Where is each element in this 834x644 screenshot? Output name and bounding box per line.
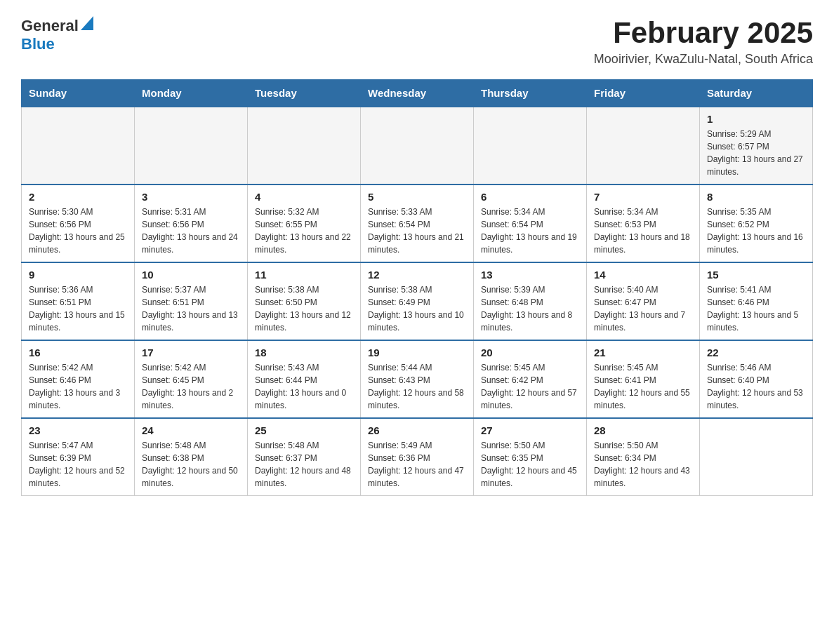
calendar-cell: [248, 107, 361, 185]
calendar-cell: 10Sunrise: 5:37 AMSunset: 6:51 PMDayligh…: [135, 262, 248, 340]
calendar-cell: 1Sunrise: 5:29 AMSunset: 6:57 PMDaylight…: [700, 107, 813, 185]
day-info: Sunrise: 5:44 AMSunset: 6:43 PMDaylight:…: [368, 361, 466, 412]
day-info: Sunrise: 5:32 AMSunset: 6:55 PMDaylight:…: [255, 206, 353, 256]
logo-blue-text: Blue: [21, 35, 55, 53]
calendar-cell: 14Sunrise: 5:40 AMSunset: 6:47 PMDayligh…: [587, 262, 700, 340]
day-info: Sunrise: 5:30 AMSunset: 6:56 PMDaylight:…: [29, 206, 127, 256]
day-number: 14: [594, 269, 692, 281]
weekday-header-saturday: Saturday: [700, 80, 813, 107]
day-number: 5: [368, 191, 466, 203]
day-info: Sunrise: 5:35 AMSunset: 6:52 PMDaylight:…: [707, 206, 805, 256]
calendar-cell: 27Sunrise: 5:50 AMSunset: 6:35 PMDayligh…: [474, 418, 587, 496]
day-info: Sunrise: 5:38 AMSunset: 6:49 PMDaylight:…: [368, 283, 466, 334]
calendar-cell: 17Sunrise: 5:42 AMSunset: 6:45 PMDayligh…: [135, 340, 248, 418]
week-row-3: 9Sunrise: 5:36 AMSunset: 6:51 PMDaylight…: [22, 262, 813, 340]
calendar-cell: 20Sunrise: 5:45 AMSunset: 6:42 PMDayligh…: [474, 340, 587, 418]
day-info: Sunrise: 5:34 AMSunset: 6:54 PMDaylight:…: [481, 206, 579, 256]
week-row-5: 23Sunrise: 5:47 AMSunset: 6:39 PMDayligh…: [22, 418, 813, 496]
day-info: Sunrise: 5:38 AMSunset: 6:50 PMDaylight:…: [255, 283, 353, 334]
day-number: 12: [368, 269, 466, 281]
calendar-cell: 22Sunrise: 5:46 AMSunset: 6:40 PMDayligh…: [700, 340, 813, 418]
calendar-subtitle: Mooirivier, KwaZulu-Natal, South Africa: [594, 52, 813, 67]
calendar-cell: 11Sunrise: 5:38 AMSunset: 6:50 PMDayligh…: [248, 262, 361, 340]
logo-triangle-icon: [81, 16, 93, 30]
day-number: 23: [29, 424, 127, 436]
calendar-cell: [135, 107, 248, 185]
calendar-cell: 18Sunrise: 5:43 AMSunset: 6:44 PMDayligh…: [248, 340, 361, 418]
week-row-1: 1Sunrise: 5:29 AMSunset: 6:57 PMDaylight…: [22, 107, 813, 185]
day-number: 16: [29, 347, 127, 358]
day-number: 20: [481, 347, 579, 358]
day-info: Sunrise: 5:49 AMSunset: 6:36 PMDaylight:…: [368, 439, 466, 490]
day-number: 21: [594, 347, 692, 358]
day-info: Sunrise: 5:41 AMSunset: 6:46 PMDaylight:…: [707, 283, 805, 334]
calendar-cell: 3Sunrise: 5:31 AMSunset: 6:56 PMDaylight…: [135, 185, 248, 262]
calendar-cell: 8Sunrise: 5:35 AMSunset: 6:52 PMDaylight…: [700, 185, 813, 262]
day-info: Sunrise: 5:43 AMSunset: 6:44 PMDaylight:…: [255, 361, 353, 412]
weekday-header-row: SundayMondayTuesdayWednesdayThursdayFrid…: [22, 80, 813, 107]
weekday-header-sunday: Sunday: [22, 80, 135, 107]
logo: General Blue: [21, 17, 93, 53]
day-info: Sunrise: 5:29 AMSunset: 6:57 PMDaylight:…: [707, 128, 805, 178]
calendar-cell: 28Sunrise: 5:50 AMSunset: 6:34 PMDayligh…: [587, 418, 700, 496]
day-number: 3: [142, 191, 240, 203]
calendar-cell: 21Sunrise: 5:45 AMSunset: 6:41 PMDayligh…: [587, 340, 700, 418]
day-number: 7: [594, 191, 692, 203]
day-info: Sunrise: 5:48 AMSunset: 6:37 PMDaylight:…: [255, 439, 353, 490]
calendar-cell: 25Sunrise: 5:48 AMSunset: 6:37 PMDayligh…: [248, 418, 361, 496]
page-header: General Blue February 2025 Mooirivier, K…: [21, 17, 813, 67]
calendar-cell: 2Sunrise: 5:30 AMSunset: 6:56 PMDaylight…: [22, 185, 135, 262]
day-info: Sunrise: 5:47 AMSunset: 6:39 PMDaylight:…: [29, 439, 127, 490]
calendar-cell: 7Sunrise: 5:34 AMSunset: 6:53 PMDaylight…: [587, 185, 700, 262]
day-info: Sunrise: 5:34 AMSunset: 6:53 PMDaylight:…: [594, 206, 692, 256]
day-info: Sunrise: 5:42 AMSunset: 6:45 PMDaylight:…: [142, 361, 240, 412]
calendar-cell: [22, 107, 135, 185]
week-row-4: 16Sunrise: 5:42 AMSunset: 6:46 PMDayligh…: [22, 340, 813, 418]
calendar-cell: 15Sunrise: 5:41 AMSunset: 6:46 PMDayligh…: [700, 262, 813, 340]
calendar-cell: [587, 107, 700, 185]
calendar-title: February 2025: [594, 17, 813, 49]
calendar-cell: 6Sunrise: 5:34 AMSunset: 6:54 PMDaylight…: [474, 185, 587, 262]
title-section: February 2025 Mooirivier, KwaZulu-Natal,…: [594, 17, 813, 67]
calendar-cell: [361, 107, 474, 185]
week-row-2: 2Sunrise: 5:30 AMSunset: 6:56 PMDaylight…: [22, 185, 813, 262]
calendar-table: SundayMondayTuesdayWednesdayThursdayFrid…: [21, 79, 813, 496]
day-info: Sunrise: 5:37 AMSunset: 6:51 PMDaylight:…: [142, 283, 240, 334]
weekday-header-thursday: Thursday: [474, 80, 587, 107]
day-info: Sunrise: 5:42 AMSunset: 6:46 PMDaylight:…: [29, 361, 127, 412]
calendar-cell: 26Sunrise: 5:49 AMSunset: 6:36 PMDayligh…: [361, 418, 474, 496]
day-number: 25: [255, 424, 353, 436]
day-number: 13: [481, 269, 579, 281]
calendar-cell: 24Sunrise: 5:48 AMSunset: 6:38 PMDayligh…: [135, 418, 248, 496]
calendar-cell: 5Sunrise: 5:33 AMSunset: 6:54 PMDaylight…: [361, 185, 474, 262]
calendar-cell: 16Sunrise: 5:42 AMSunset: 6:46 PMDayligh…: [22, 340, 135, 418]
day-info: Sunrise: 5:40 AMSunset: 6:47 PMDaylight:…: [594, 283, 692, 334]
calendar-cell: 13Sunrise: 5:39 AMSunset: 6:48 PMDayligh…: [474, 262, 587, 340]
day-number: 27: [481, 424, 579, 436]
day-info: Sunrise: 5:31 AMSunset: 6:56 PMDaylight:…: [142, 206, 240, 256]
calendar-cell: [700, 418, 813, 496]
logo-general-text: General: [21, 17, 79, 35]
calendar-cell: 12Sunrise: 5:38 AMSunset: 6:49 PMDayligh…: [361, 262, 474, 340]
day-info: Sunrise: 5:36 AMSunset: 6:51 PMDaylight:…: [29, 283, 127, 334]
day-number: 9: [29, 269, 127, 281]
day-number: 2: [29, 191, 127, 203]
svg-marker-0: [81, 16, 93, 30]
day-number: 28: [594, 424, 692, 436]
day-info: Sunrise: 5:50 AMSunset: 6:34 PMDaylight:…: [594, 439, 692, 490]
day-info: Sunrise: 5:50 AMSunset: 6:35 PMDaylight:…: [481, 439, 579, 490]
day-info: Sunrise: 5:39 AMSunset: 6:48 PMDaylight:…: [481, 283, 579, 334]
calendar-cell: 19Sunrise: 5:44 AMSunset: 6:43 PMDayligh…: [361, 340, 474, 418]
day-number: 15: [707, 269, 805, 281]
calendar-cell: 23Sunrise: 5:47 AMSunset: 6:39 PMDayligh…: [22, 418, 135, 496]
calendar-cell: 9Sunrise: 5:36 AMSunset: 6:51 PMDaylight…: [22, 262, 135, 340]
day-info: Sunrise: 5:45 AMSunset: 6:41 PMDaylight:…: [594, 361, 692, 412]
weekday-header-wednesday: Wednesday: [361, 80, 474, 107]
day-info: Sunrise: 5:48 AMSunset: 6:38 PMDaylight:…: [142, 439, 240, 490]
day-number: 22: [707, 347, 805, 358]
day-number: 17: [142, 347, 240, 358]
day-number: 8: [707, 191, 805, 203]
day-number: 4: [255, 191, 353, 203]
weekday-header-monday: Monday: [135, 80, 248, 107]
day-number: 19: [368, 347, 466, 358]
